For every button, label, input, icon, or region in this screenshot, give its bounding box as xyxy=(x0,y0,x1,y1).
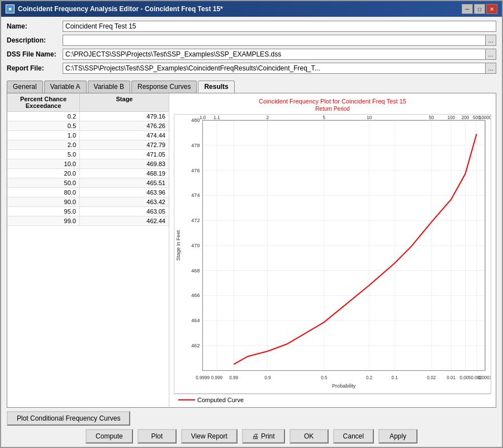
svg-text:0.9999: 0.9999 xyxy=(196,375,210,380)
table-row: 10.0 469.83 xyxy=(7,159,169,169)
svg-text:0.005: 0.005 xyxy=(459,375,471,380)
description-input[interactable] xyxy=(63,35,485,46)
stage-cell: 476.26 xyxy=(80,121,169,130)
pct-cell: 80.0 xyxy=(7,188,80,197)
stage-cell: 463.05 xyxy=(80,207,169,216)
cancel-button[interactable]: Cancel xyxy=(333,429,374,444)
svg-text:476: 476 xyxy=(191,168,200,173)
main-window: ■ Coincident Frequency Analysis Editor -… xyxy=(0,0,503,448)
plot-button[interactable]: Plot xyxy=(137,429,177,444)
chart-svg: 480 478 476 474 472 470 468 466 464 462 … xyxy=(174,115,491,393)
bottom-area: Plot Conditional Frequency Curves Comput… xyxy=(1,408,502,447)
tab-variable-a[interactable]: Variable A xyxy=(44,81,87,93)
col-pct-header: Percent ChanceExceedance xyxy=(7,93,80,111)
svg-text:100: 100 xyxy=(448,115,455,120)
description-row: Description: … xyxy=(7,34,496,46)
svg-text:2: 2 xyxy=(267,115,269,120)
title-bar: ■ Coincident Frequency Analysis Editor -… xyxy=(1,1,502,17)
window-title: Coincident Frequency Analysis Editor - C… xyxy=(18,5,223,13)
legend-area: Computed Curve xyxy=(174,394,491,405)
plot-conditional-button[interactable]: Plot Conditional Frequency Curves xyxy=(7,411,130,426)
pct-cell: 99.0 xyxy=(7,216,80,225)
svg-text:470: 470 xyxy=(191,243,200,248)
tab-general[interactable]: General xyxy=(7,81,43,93)
report-browse-button[interactable]: … xyxy=(485,63,496,74)
table-body: 0.2 479.16 0.5 476.26 1.0 474.44 2.0 472… xyxy=(7,112,169,407)
table-row: 1.0 474.44 xyxy=(7,131,169,140)
pct-cell: 1.0 xyxy=(7,131,80,140)
svg-text:480: 480 xyxy=(191,117,200,123)
action-buttons-row: Compute Plot View Report 🖨 Print OK Canc… xyxy=(7,429,496,444)
view-report-button[interactable]: View Report xyxy=(181,429,238,444)
window-controls: ─ □ ✕ xyxy=(462,4,497,14)
table-row: 95.0 463.05 xyxy=(7,207,169,216)
legend-computed-curve: Computed Curve xyxy=(178,397,244,403)
ok-button[interactable]: OK xyxy=(290,429,329,444)
svg-text:0.1: 0.1 xyxy=(392,375,398,380)
stage-cell: 468.19 xyxy=(80,169,169,178)
print-button[interactable]: 🖨 Print xyxy=(242,429,285,444)
svg-text:10000: 10000 xyxy=(479,115,491,120)
tab-bar: General Variable A Variable B Response C… xyxy=(7,81,496,93)
chart-panel: Coincident Frequency Plot for Coincident… xyxy=(169,93,496,407)
pct-cell: 0.5 xyxy=(7,121,80,130)
table-header: Percent ChanceExceedance Stage xyxy=(7,93,169,112)
content-area: Percent ChanceExceedance Stage 0.2 479.1… xyxy=(7,93,496,408)
stage-cell: 463.42 xyxy=(80,197,169,206)
stage-cell: 465.51 xyxy=(80,178,169,187)
legend-label: Computed Curve xyxy=(197,397,244,403)
svg-text:466: 466 xyxy=(191,293,200,298)
tabs-area: General Variable A Variable B Response C… xyxy=(1,78,502,93)
svg-text:200: 200 xyxy=(462,115,469,120)
name-input[interactable] xyxy=(63,21,496,32)
stage-cell: 479.16 xyxy=(80,112,169,121)
print-label: Print xyxy=(261,432,275,440)
legend-color-swatch xyxy=(178,399,195,400)
report-field-group: … xyxy=(63,63,496,74)
results-table-panel: Percent ChanceExceedance Stage 0.2 479.1… xyxy=(7,93,169,407)
name-label: Name: xyxy=(7,22,63,30)
chart-container: 480 478 476 474 472 470 468 466 464 462 … xyxy=(174,114,491,394)
form-area: Name: Description: … DSS File Name: … Re… xyxy=(1,17,502,78)
stage-cell: 462.44 xyxy=(80,216,169,225)
description-field-group: … xyxy=(63,35,496,46)
printer-icon: 🖨 xyxy=(252,432,259,440)
report-input[interactable] xyxy=(63,63,485,74)
dss-browse-button[interactable]: … xyxy=(485,49,496,60)
pct-cell: 90.0 xyxy=(7,197,80,206)
pct-cell: 10.0 xyxy=(7,159,80,168)
report-row: Report File: … xyxy=(7,62,496,74)
svg-text:5: 5 xyxy=(323,115,326,120)
svg-text:0.01: 0.01 xyxy=(447,375,455,380)
svg-text:0.999: 0.999 xyxy=(211,375,223,380)
svg-text:Stage in Feet: Stage in Feet xyxy=(175,230,181,261)
plot-btn-row: Plot Conditional Frequency Curves xyxy=(7,411,496,426)
maximize-button[interactable]: □ xyxy=(474,4,485,14)
stage-cell: 471.05 xyxy=(80,150,169,159)
tab-variable-b[interactable]: Variable B xyxy=(88,81,130,93)
compute-button[interactable]: Compute xyxy=(86,429,133,444)
svg-text:50: 50 xyxy=(429,115,434,120)
svg-text:0.2: 0.2 xyxy=(366,375,373,380)
table-row: 2.0 472.79 xyxy=(7,140,169,150)
tab-response-curves[interactable]: Response Curves xyxy=(131,81,197,93)
minimize-button[interactable]: ─ xyxy=(462,4,473,14)
table-row: 99.0 462.44 xyxy=(7,216,169,226)
svg-text:0.0001: 0.0001 xyxy=(478,375,491,380)
pct-cell: 5.0 xyxy=(7,150,80,159)
dss-label: DSS File Name: xyxy=(7,50,63,58)
svg-text:10: 10 xyxy=(367,115,372,120)
name-row: Name: xyxy=(7,20,496,32)
close-button[interactable]: ✕ xyxy=(486,4,497,14)
chart-title: Coincident Frequency Plot for Coincident… xyxy=(174,98,491,105)
table-row: 0.2 479.16 xyxy=(7,112,169,121)
svg-text:0.9: 0.9 xyxy=(264,375,271,380)
dss-input[interactable] xyxy=(63,49,485,60)
pct-cell: 2.0 xyxy=(7,140,80,149)
apply-button[interactable]: Apply xyxy=(378,429,417,444)
description-browse-button[interactable]: … xyxy=(485,35,496,46)
table-row: 20.0 468.19 xyxy=(7,169,169,178)
tab-results[interactable]: Results xyxy=(198,81,234,93)
pct-cell: 50.0 xyxy=(7,178,80,187)
col-stage-header: Stage xyxy=(80,93,169,111)
